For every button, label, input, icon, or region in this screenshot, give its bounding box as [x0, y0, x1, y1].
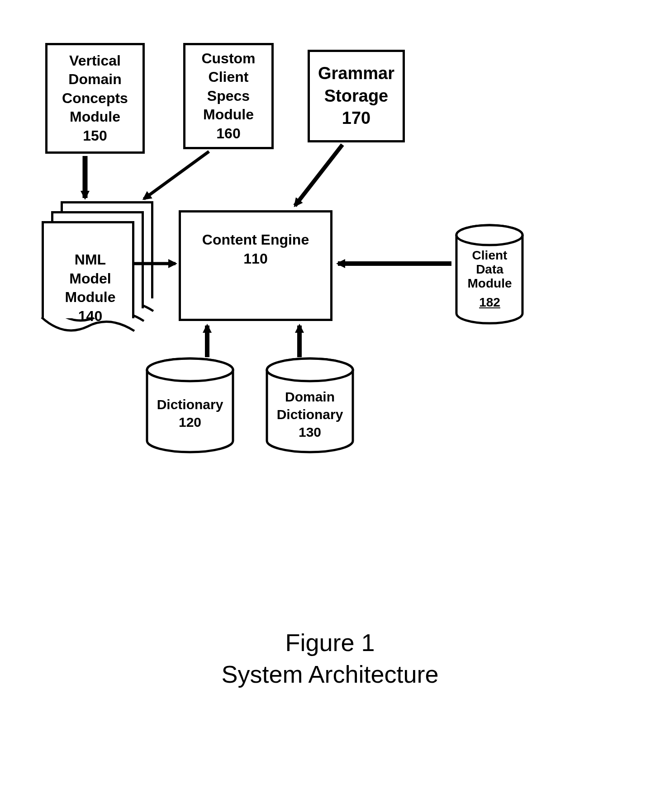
- svg-line-8: [295, 145, 342, 206]
- figure-number: Figure 1: [0, 628, 660, 656]
- svg-line-7: [144, 151, 209, 199]
- arrows-layer: [0, 0, 660, 497]
- figure-title: System Architecture: [0, 660, 660, 688]
